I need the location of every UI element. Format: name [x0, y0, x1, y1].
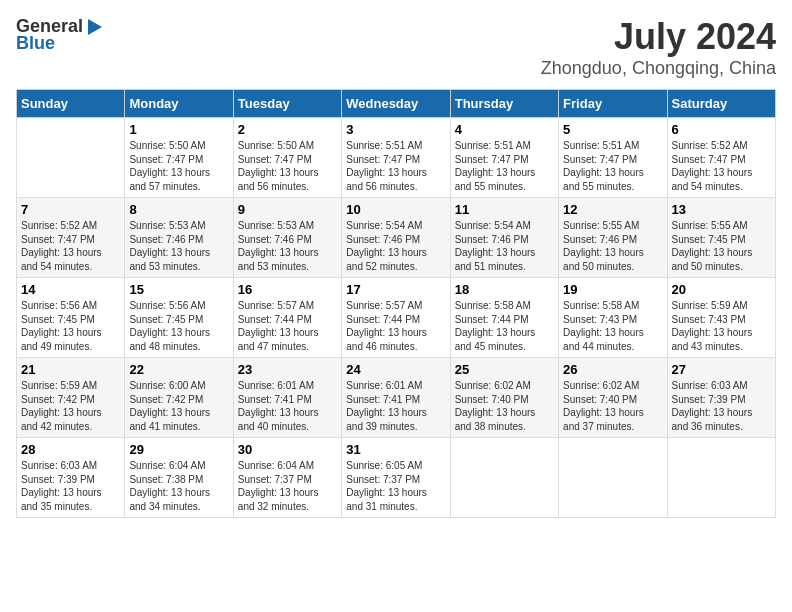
day-number: 3	[346, 122, 445, 137]
day-cell: 15Sunrise: 5:56 AM Sunset: 7:45 PM Dayli…	[125, 278, 233, 358]
day-cell: 25Sunrise: 6:02 AM Sunset: 7:40 PM Dayli…	[450, 358, 558, 438]
day-cell	[17, 118, 125, 198]
week-row-2: 7Sunrise: 5:52 AM Sunset: 7:47 PM Daylig…	[17, 198, 776, 278]
day-info: Sunrise: 6:03 AM Sunset: 7:39 PM Dayligh…	[672, 379, 771, 433]
day-number: 23	[238, 362, 337, 377]
day-info: Sunrise: 6:01 AM Sunset: 7:41 PM Dayligh…	[346, 379, 445, 433]
day-info: Sunrise: 6:03 AM Sunset: 7:39 PM Dayligh…	[21, 459, 120, 513]
week-row-1: 1Sunrise: 5:50 AM Sunset: 7:47 PM Daylig…	[17, 118, 776, 198]
day-cell: 12Sunrise: 5:55 AM Sunset: 7:46 PM Dayli…	[559, 198, 667, 278]
day-info: Sunrise: 5:58 AM Sunset: 7:43 PM Dayligh…	[563, 299, 662, 353]
day-info: Sunrise: 5:59 AM Sunset: 7:43 PM Dayligh…	[672, 299, 771, 353]
week-row-4: 21Sunrise: 5:59 AM Sunset: 7:42 PM Dayli…	[17, 358, 776, 438]
day-number: 21	[21, 362, 120, 377]
day-number: 8	[129, 202, 228, 217]
day-number: 11	[455, 202, 554, 217]
day-cell: 2Sunrise: 5:50 AM Sunset: 7:47 PM Daylig…	[233, 118, 341, 198]
day-cell: 30Sunrise: 6:04 AM Sunset: 7:37 PM Dayli…	[233, 438, 341, 518]
day-info: Sunrise: 5:53 AM Sunset: 7:46 PM Dayligh…	[129, 219, 228, 273]
day-number: 12	[563, 202, 662, 217]
day-info: Sunrise: 5:51 AM Sunset: 7:47 PM Dayligh…	[346, 139, 445, 193]
calendar-body: 1Sunrise: 5:50 AM Sunset: 7:47 PM Daylig…	[17, 118, 776, 518]
day-cell: 27Sunrise: 6:03 AM Sunset: 7:39 PM Dayli…	[667, 358, 775, 438]
day-number: 15	[129, 282, 228, 297]
day-number: 7	[21, 202, 120, 217]
day-info: Sunrise: 5:58 AM Sunset: 7:44 PM Dayligh…	[455, 299, 554, 353]
day-number: 4	[455, 122, 554, 137]
column-header-thursday: Thursday	[450, 90, 558, 118]
column-header-wednesday: Wednesday	[342, 90, 450, 118]
day-cell: 19Sunrise: 5:58 AM Sunset: 7:43 PM Dayli…	[559, 278, 667, 358]
day-info: Sunrise: 5:51 AM Sunset: 7:47 PM Dayligh…	[455, 139, 554, 193]
day-number: 9	[238, 202, 337, 217]
day-number: 30	[238, 442, 337, 457]
day-number: 2	[238, 122, 337, 137]
calendar-header-row: SundayMondayTuesdayWednesdayThursdayFrid…	[17, 90, 776, 118]
day-cell: 16Sunrise: 5:57 AM Sunset: 7:44 PM Dayli…	[233, 278, 341, 358]
day-info: Sunrise: 6:04 AM Sunset: 7:37 PM Dayligh…	[238, 459, 337, 513]
day-cell: 28Sunrise: 6:03 AM Sunset: 7:39 PM Dayli…	[17, 438, 125, 518]
day-number: 6	[672, 122, 771, 137]
location-title: Zhongduo, Chongqing, China	[541, 58, 776, 79]
day-number: 19	[563, 282, 662, 297]
day-cell: 31Sunrise: 6:05 AM Sunset: 7:37 PM Dayli…	[342, 438, 450, 518]
day-cell	[559, 438, 667, 518]
day-number: 10	[346, 202, 445, 217]
day-cell: 3Sunrise: 5:51 AM Sunset: 7:47 PM Daylig…	[342, 118, 450, 198]
day-number: 24	[346, 362, 445, 377]
column-header-friday: Friday	[559, 90, 667, 118]
day-number: 28	[21, 442, 120, 457]
week-row-3: 14Sunrise: 5:56 AM Sunset: 7:45 PM Dayli…	[17, 278, 776, 358]
day-info: Sunrise: 5:57 AM Sunset: 7:44 PM Dayligh…	[238, 299, 337, 353]
column-header-sunday: Sunday	[17, 90, 125, 118]
calendar-table: SundayMondayTuesdayWednesdayThursdayFrid…	[16, 89, 776, 518]
day-cell: 13Sunrise: 5:55 AM Sunset: 7:45 PM Dayli…	[667, 198, 775, 278]
day-info: Sunrise: 5:51 AM Sunset: 7:47 PM Dayligh…	[563, 139, 662, 193]
day-info: Sunrise: 6:00 AM Sunset: 7:42 PM Dayligh…	[129, 379, 228, 433]
day-cell	[667, 438, 775, 518]
day-number: 27	[672, 362, 771, 377]
day-number: 14	[21, 282, 120, 297]
column-header-tuesday: Tuesday	[233, 90, 341, 118]
day-cell: 17Sunrise: 5:57 AM Sunset: 7:44 PM Dayli…	[342, 278, 450, 358]
day-info: Sunrise: 5:54 AM Sunset: 7:46 PM Dayligh…	[455, 219, 554, 273]
day-number: 20	[672, 282, 771, 297]
day-info: Sunrise: 6:02 AM Sunset: 7:40 PM Dayligh…	[563, 379, 662, 433]
week-row-5: 28Sunrise: 6:03 AM Sunset: 7:39 PM Dayli…	[17, 438, 776, 518]
day-info: Sunrise: 6:02 AM Sunset: 7:40 PM Dayligh…	[455, 379, 554, 433]
day-cell: 10Sunrise: 5:54 AM Sunset: 7:46 PM Dayli…	[342, 198, 450, 278]
day-cell: 14Sunrise: 5:56 AM Sunset: 7:45 PM Dayli…	[17, 278, 125, 358]
day-info: Sunrise: 5:53 AM Sunset: 7:46 PM Dayligh…	[238, 219, 337, 273]
day-number: 16	[238, 282, 337, 297]
logo: General Blue	[16, 16, 104, 54]
logo-blue-text: Blue	[16, 33, 55, 54]
day-number: 1	[129, 122, 228, 137]
day-cell: 5Sunrise: 5:51 AM Sunset: 7:47 PM Daylig…	[559, 118, 667, 198]
day-cell: 11Sunrise: 5:54 AM Sunset: 7:46 PM Dayli…	[450, 198, 558, 278]
day-info: Sunrise: 5:57 AM Sunset: 7:44 PM Dayligh…	[346, 299, 445, 353]
day-number: 5	[563, 122, 662, 137]
day-cell: 9Sunrise: 5:53 AM Sunset: 7:46 PM Daylig…	[233, 198, 341, 278]
day-info: Sunrise: 5:55 AM Sunset: 7:45 PM Dayligh…	[672, 219, 771, 273]
day-cell: 6Sunrise: 5:52 AM Sunset: 7:47 PM Daylig…	[667, 118, 775, 198]
day-cell: 4Sunrise: 5:51 AM Sunset: 7:47 PM Daylig…	[450, 118, 558, 198]
day-cell: 29Sunrise: 6:04 AM Sunset: 7:38 PM Dayli…	[125, 438, 233, 518]
month-title: July 2024	[541, 16, 776, 58]
day-cell: 26Sunrise: 6:02 AM Sunset: 7:40 PM Dayli…	[559, 358, 667, 438]
day-cell: 22Sunrise: 6:00 AM Sunset: 7:42 PM Dayli…	[125, 358, 233, 438]
day-info: Sunrise: 6:05 AM Sunset: 7:37 PM Dayligh…	[346, 459, 445, 513]
logo-arrow-icon	[84, 17, 104, 37]
day-info: Sunrise: 5:52 AM Sunset: 7:47 PM Dayligh…	[672, 139, 771, 193]
day-info: Sunrise: 5:52 AM Sunset: 7:47 PM Dayligh…	[21, 219, 120, 273]
day-info: Sunrise: 5:55 AM Sunset: 7:46 PM Dayligh…	[563, 219, 662, 273]
day-number: 13	[672, 202, 771, 217]
header: General Blue July 2024 Zhongduo, Chongqi…	[16, 16, 776, 79]
column-header-monday: Monday	[125, 90, 233, 118]
day-info: Sunrise: 5:50 AM Sunset: 7:47 PM Dayligh…	[129, 139, 228, 193]
day-number: 29	[129, 442, 228, 457]
day-cell: 21Sunrise: 5:59 AM Sunset: 7:42 PM Dayli…	[17, 358, 125, 438]
day-info: Sunrise: 5:54 AM Sunset: 7:46 PM Dayligh…	[346, 219, 445, 273]
day-number: 17	[346, 282, 445, 297]
day-cell: 20Sunrise: 5:59 AM Sunset: 7:43 PM Dayli…	[667, 278, 775, 358]
day-number: 25	[455, 362, 554, 377]
